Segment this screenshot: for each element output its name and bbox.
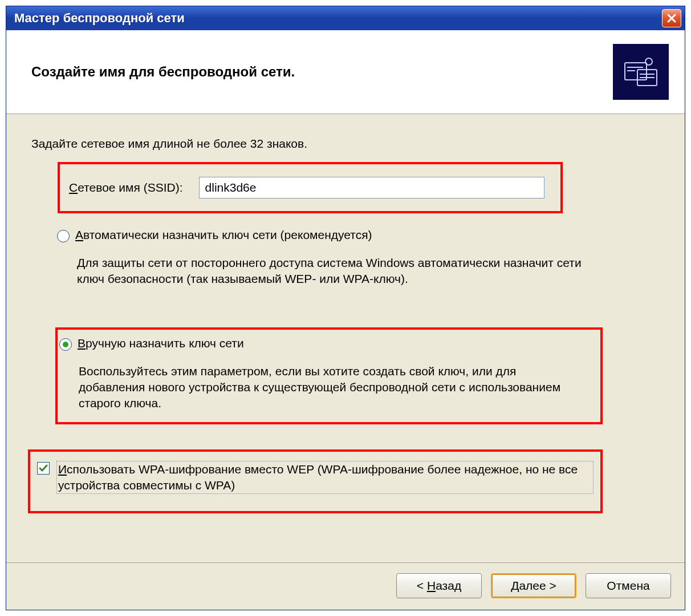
window-title: Мастер беспроводной сети	[14, 11, 185, 26]
check-icon	[38, 463, 48, 473]
titlebar: Мастер беспроводной сети	[6, 6, 685, 30]
manual-key-radio[interactable]	[59, 338, 72, 351]
next-button[interactable]: Далее >	[491, 573, 576, 598]
close-icon	[666, 13, 677, 23]
wizard-footer: < Назад Далее > Отмена	[6, 562, 685, 610]
auto-key-label[interactable]: Автоматически назначить ключ сети (реком…	[75, 228, 372, 242]
wizard-window: Мастер беспроводной сети Создайте имя дл…	[6, 6, 685, 610]
device-icon	[613, 44, 669, 100]
wpa-highlight-box: Использовать WPA-шифрование вместо WEP (…	[28, 449, 603, 514]
manual-key-label[interactable]: Вручную назначить ключ сети	[78, 337, 244, 350]
manual-key-highlight-box: Вручную назначить ключ сети Воспользуйте…	[55, 327, 603, 424]
manual-key-radio-row: Вручную назначить ключ сети	[59, 337, 589, 351]
close-button[interactable]	[662, 9, 681, 27]
auto-key-radio-row: Автоматически назначить ключ сети (реком…	[57, 228, 660, 242]
wizard-content: Задайте сетевое имя длиной не более 32 з…	[6, 114, 685, 562]
auto-key-description: Для защиты сети от постороннего доступа …	[77, 255, 603, 287]
instruction-text: Задайте сетевое имя длиной не более 32 з…	[31, 137, 660, 151]
wpa-checkbox[interactable]	[37, 462, 50, 475]
back-button[interactable]: < Назад	[396, 573, 482, 598]
manual-key-description: Воспользуйтесь этим параметром, если вы …	[79, 363, 583, 412]
ssid-highlight-box: Сетевое имя (SSID):	[58, 162, 563, 213]
ssid-input[interactable]	[199, 177, 544, 198]
cancel-button[interactable]: Отмена	[586, 573, 671, 598]
page-title: Создайте имя для беспроводной сети.	[31, 64, 295, 80]
auto-key-radio[interactable]	[57, 230, 70, 242]
ssid-label: Сетевое имя (SSID):	[69, 181, 183, 194]
svg-point-6	[645, 58, 652, 65]
wpa-checkbox-label[interactable]: Использовать WPA-шифрование вместо WEP (…	[56, 461, 594, 495]
wizard-header: Создайте имя для беспроводной сети.	[6, 30, 685, 114]
